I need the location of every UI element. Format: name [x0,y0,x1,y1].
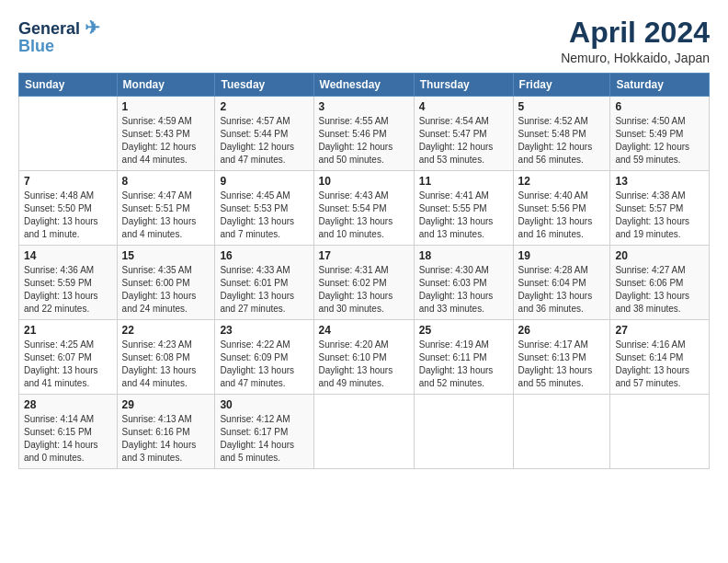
day-number: 2 [220,100,308,113]
day-info: Sunrise: 4:48 AMSunset: 5:50 PMDaylight:… [24,190,98,239]
col-friday: Friday [513,74,610,97]
calendar-cell: 24 Sunrise: 4:20 AMSunset: 6:10 PMDaylig… [313,320,414,395]
calendar-cell: 14 Sunrise: 4:36 AMSunset: 5:59 PMDaylig… [19,246,118,320]
calendar-table: Sunday Monday Tuesday Wednesday Thursday… [18,73,710,469]
day-info: Sunrise: 4:27 AMSunset: 6:06 PMDaylight:… [615,265,689,314]
calendar-cell [19,97,118,171]
calendar-cell: 16 Sunrise: 4:33 AMSunset: 6:01 PMDaylig… [215,246,313,320]
calendar-cell: 28 Sunrise: 4:14 AMSunset: 6:15 PMDaylig… [19,395,118,469]
day-info: Sunrise: 4:17 AMSunset: 6:13 PMDaylight:… [518,339,593,388]
day-info: Sunrise: 4:47 AMSunset: 5:51 PMDaylight:… [122,190,197,239]
day-number: 15 [122,249,210,262]
day-info: Sunrise: 4:25 AMSunset: 6:07 PMDaylight:… [24,339,98,388]
day-info: Sunrise: 4:38 AMSunset: 5:57 PMDaylight:… [615,190,689,239]
col-tuesday: Tuesday [215,74,313,97]
day-number: 19 [518,249,606,262]
day-number: 14 [24,249,112,262]
day-info: Sunrise: 4:59 AMSunset: 5:43 PMDaylight:… [122,116,197,165]
calendar-cell [313,395,414,469]
header-row: Sunday Monday Tuesday Wednesday Thursday… [19,74,710,97]
col-sunday: Sunday [19,74,118,97]
calendar-cell [414,395,513,469]
day-number: 24 [319,324,409,337]
calendar-cell: 26 Sunrise: 4:17 AMSunset: 6:13 PMDaylig… [513,320,610,395]
day-number: 21 [24,324,112,337]
day-number: 17 [319,249,409,262]
day-info: Sunrise: 4:35 AMSunset: 6:00 PMDaylight:… [122,265,197,314]
day-info: Sunrise: 4:28 AMSunset: 6:04 PMDaylight:… [518,265,593,314]
day-number: 9 [220,175,308,188]
day-info: Sunrise: 4:20 AMSunset: 6:10 PMDaylight:… [319,339,393,388]
day-info: Sunrise: 4:36 AMSunset: 5:59 PMDaylight:… [24,265,98,314]
calendar-cell: 3 Sunrise: 4:55 AMSunset: 5:46 PMDayligh… [313,97,414,171]
day-info: Sunrise: 4:50 AMSunset: 5:49 PMDaylight:… [615,116,689,165]
calendar-cell: 25 Sunrise: 4:19 AMSunset: 6:11 PMDaylig… [414,320,513,395]
logo-blue-text: Blue [18,37,54,56]
day-number: 20 [615,249,704,262]
week-row-4: 28 Sunrise: 4:14 AMSunset: 6:15 PMDaylig… [19,395,710,469]
logo-bird-icon: ✈ [85,17,100,38]
day-info: Sunrise: 4:45 AMSunset: 5:53 PMDaylight:… [220,190,294,239]
calendar-cell: 18 Sunrise: 4:30 AMSunset: 6:03 PMDaylig… [414,246,513,320]
day-info: Sunrise: 4:55 AMSunset: 5:46 PMDaylight:… [319,116,393,165]
calendar-cell: 21 Sunrise: 4:25 AMSunset: 6:07 PMDaylig… [19,320,118,395]
day-info: Sunrise: 4:33 AMSunset: 6:01 PMDaylight:… [220,265,294,314]
day-info: Sunrise: 4:13 AMSunset: 6:16 PMDaylight:… [122,414,197,463]
calendar-cell: 11 Sunrise: 4:41 AMSunset: 5:55 PMDaylig… [414,171,513,246]
calendar-cell: 5 Sunrise: 4:52 AMSunset: 5:48 PMDayligh… [513,97,610,171]
day-info: Sunrise: 4:54 AMSunset: 5:47 PMDaylight:… [419,116,494,165]
week-row-3: 21 Sunrise: 4:25 AMSunset: 6:07 PMDaylig… [19,320,710,395]
calendar-cell: 17 Sunrise: 4:31 AMSunset: 6:02 PMDaylig… [313,246,414,320]
day-number: 30 [220,398,308,411]
day-info: Sunrise: 4:30 AMSunset: 6:03 PMDaylight:… [419,265,494,314]
day-number: 25 [419,324,508,337]
logo-general-text: General ✈ [18,17,100,39]
day-info: Sunrise: 4:19 AMSunset: 6:11 PMDaylight:… [419,339,494,388]
calendar-cell: 10 Sunrise: 4:43 AMSunset: 5:54 PMDaylig… [313,171,414,246]
col-saturday: Saturday [610,74,710,97]
day-number: 13 [615,175,704,188]
day-number: 18 [419,249,508,262]
day-number: 7 [24,175,112,188]
col-monday: Monday [117,74,215,97]
logo: General ✈ Blue [18,17,100,56]
week-row-1: 7 Sunrise: 4:48 AMSunset: 5:50 PMDayligh… [19,171,710,246]
day-info: Sunrise: 4:22 AMSunset: 6:09 PMDaylight:… [220,339,294,388]
day-info: Sunrise: 4:12 AMSunset: 6:17 PMDaylight:… [220,414,294,463]
week-row-0: 1 Sunrise: 4:59 AMSunset: 5:43 PMDayligh… [19,97,710,171]
day-number: 12 [518,175,606,188]
calendar-cell: 2 Sunrise: 4:57 AMSunset: 5:44 PMDayligh… [215,97,313,171]
header: General ✈ Blue April 2024 Nemuro, Hokkai… [18,17,710,65]
day-info: Sunrise: 4:52 AMSunset: 5:48 PMDaylight:… [518,116,593,165]
day-number: 29 [122,398,210,411]
day-number: 1 [122,100,210,113]
calendar-cell: 13 Sunrise: 4:38 AMSunset: 5:57 PMDaylig… [610,171,710,246]
day-info: Sunrise: 4:43 AMSunset: 5:54 PMDaylight:… [319,190,393,239]
day-info: Sunrise: 4:41 AMSunset: 5:55 PMDaylight:… [419,190,494,239]
day-info: Sunrise: 4:14 AMSunset: 6:15 PMDaylight:… [24,414,98,463]
calendar-cell: 12 Sunrise: 4:40 AMSunset: 5:56 PMDaylig… [513,171,610,246]
day-number: 8 [122,175,210,188]
calendar-cell: 4 Sunrise: 4:54 AMSunset: 5:47 PMDayligh… [414,97,513,171]
day-number: 28 [24,398,112,411]
calendar-cell: 9 Sunrise: 4:45 AMSunset: 5:53 PMDayligh… [215,171,313,246]
calendar-cell: 15 Sunrise: 4:35 AMSunset: 6:00 PMDaylig… [117,246,215,320]
day-number: 3 [319,100,409,113]
day-info: Sunrise: 4:23 AMSunset: 6:08 PMDaylight:… [122,339,197,388]
day-number: 16 [220,249,308,262]
day-number: 27 [615,324,704,337]
day-info: Sunrise: 4:57 AMSunset: 5:44 PMDaylight:… [220,116,294,165]
week-row-2: 14 Sunrise: 4:36 AMSunset: 5:59 PMDaylig… [19,246,710,320]
calendar-cell: 23 Sunrise: 4:22 AMSunset: 6:09 PMDaylig… [215,320,313,395]
calendar-cell [610,395,710,469]
day-number: 22 [122,324,210,337]
calendar-cell: 19 Sunrise: 4:28 AMSunset: 6:04 PMDaylig… [513,246,610,320]
day-number: 4 [419,100,508,113]
day-info: Sunrise: 4:16 AMSunset: 6:14 PMDaylight:… [615,339,689,388]
calendar-cell [513,395,610,469]
calendar-cell: 29 Sunrise: 4:13 AMSunset: 6:16 PMDaylig… [117,395,215,469]
day-number: 26 [518,324,606,337]
day-number: 6 [615,100,704,113]
day-info: Sunrise: 4:31 AMSunset: 6:02 PMDaylight:… [319,265,393,314]
day-number: 10 [319,175,409,188]
